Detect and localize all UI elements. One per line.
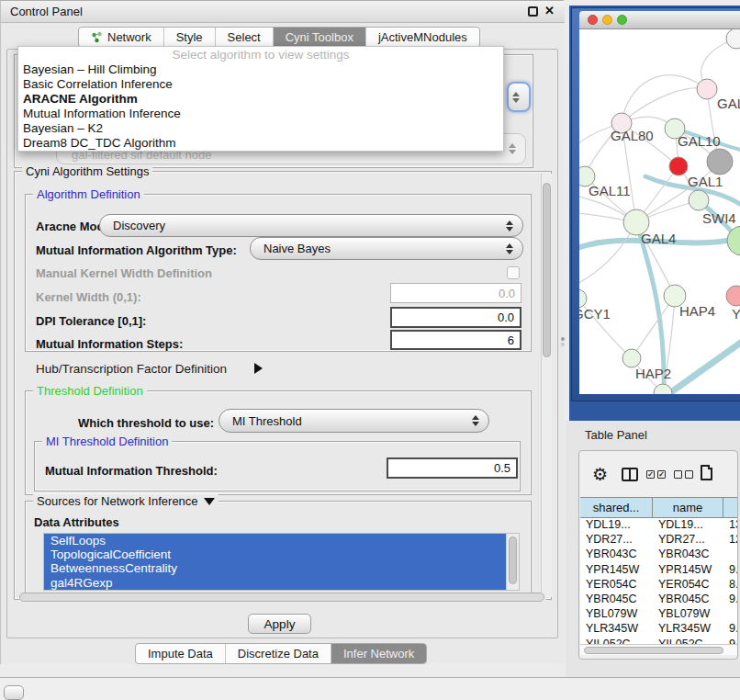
collapse-arrow-icon[interactable] <box>204 498 215 505</box>
network-node-label: GAL10 <box>678 133 721 149</box>
algorithm-option[interactable]: ARACNE Algorithm <box>18 92 503 107</box>
network-node-hap2[interactable] <box>622 349 641 367</box>
tab-jactivemnodules[interactable]: jActiveMNodules <box>366 28 479 47</box>
algorithm-option[interactable]: Basic Correlation Inference <box>18 77 503 92</box>
algorithm-option[interactable]: Dream8 DC_TDC Algorithm <box>18 136 503 151</box>
table-cell: YDR27... <box>580 533 653 548</box>
table-row[interactable]: YBR043CYBR043C <box>580 548 738 562</box>
bottom-corner-button[interactable] <box>4 685 24 700</box>
expand-arrow-icon[interactable] <box>254 363 263 374</box>
bottom-tab-impute-data[interactable]: Impute Data <box>136 644 226 663</box>
dpi-tolerance-label: DPI Tolerance [0,1]: <box>36 314 146 328</box>
column-header-partial[interactable] <box>723 497 738 518</box>
table-cell: YIL052C <box>653 638 723 645</box>
table-row[interactable]: YBR045CYBR045C9. <box>580 593 738 607</box>
table-row[interactable]: YIL052CYIL052C9 <box>580 638 738 645</box>
table-cell <box>723 607 738 622</box>
document-icon[interactable] <box>701 465 712 480</box>
attribute-list-item[interactable]: SelfLoops <box>44 534 506 548</box>
network-node-gcy1[interactable] <box>579 289 587 308</box>
network-node[interactable] <box>707 149 733 175</box>
table-body[interactable]: YDL19...YDL19...13YDR27...YDR27...12YBR0… <box>580 518 738 644</box>
algorithm-combobox-focus-fragment[interactable] <box>507 82 531 112</box>
tab-network[interactable]: Network <box>79 28 164 47</box>
attributes-vertical-scrollbar[interactable] <box>506 534 519 591</box>
table-row[interactable]: YBL079WYBL079W <box>580 607 738 622</box>
settings-vertical-scrollbar[interactable] <box>541 174 552 597</box>
close-icon[interactable]: ✕ <box>544 4 555 17</box>
bottom-tab-infer-network[interactable]: Infer Network <box>331 644 426 663</box>
threshold-definition-title: Threshold Definition <box>33 384 147 398</box>
float-window-icon[interactable] <box>528 6 538 17</box>
settings-horizontal-scrollbar[interactable] <box>19 593 546 603</box>
attribute-list-item[interactable]: BetweennessCentrality <box>44 561 506 575</box>
network-canvas[interactable]: GALGAL80GAL10GAL1GAL11SWI4GAL4GCY1HAP4YH… <box>579 29 740 394</box>
network-window-titlebar[interactable] <box>579 11 740 29</box>
table-cell: YDR27... <box>653 533 723 548</box>
settings-gear-icon[interactable]: ⚙ <box>592 464 608 485</box>
network-node-gal[interactable] <box>697 79 717 99</box>
algorithm-definition-title: Algorithm Definition <box>33 187 144 201</box>
attribute-list-item[interactable]: gal4RGexp <box>44 576 506 590</box>
network-node-gal1[interactable] <box>669 157 688 175</box>
minimize-traffic-light-icon[interactable] <box>602 15 612 25</box>
mi-steps-field[interactable]: 6 <box>390 330 521 350</box>
table-row[interactable]: YLR345WYLR345W9. <box>580 622 738 637</box>
network-node-y[interactable] <box>726 286 740 306</box>
tab-style[interactable]: Style <box>164 28 216 47</box>
mi-algorithm-type-select[interactable]: Naive Bayes <box>250 237 523 260</box>
unchecked-box-icon[interactable] <box>685 470 693 479</box>
close-traffic-light-icon[interactable] <box>588 15 598 25</box>
mi-steps-label: Mutual Information Steps: <box>36 337 183 351</box>
scrollbar-thumb[interactable] <box>543 183 551 357</box>
table-horizontal-scrollbar[interactable] <box>580 644 738 655</box>
screenshot-root: Control Panel ✕ NetworkStyleSelectCyni T… <box>0 0 740 700</box>
scrollbar-thumb[interactable] <box>19 593 544 602</box>
network-node-label: SWI4 <box>702 210 736 226</box>
table-cell: YPR145W <box>653 563 723 578</box>
bottom-tabstrip: Impute DataDiscretize DataInfer Network <box>135 643 427 664</box>
kernel-width-field[interactable]: 0.0 <box>390 283 521 303</box>
scrollbar-thumb[interactable] <box>584 647 723 654</box>
table-row[interactable]: YDR27...YDR27...12 <box>580 533 738 548</box>
algorithm-dropdown-placeholder: Select algorithm to view settings <box>18 47 503 62</box>
tab-select[interactable]: Select <box>216 28 274 47</box>
data-attributes-label: Data Attributes <box>34 515 119 529</box>
checked-box-icon[interactable]: ✓ <box>646 470 655 479</box>
algorithm-option[interactable]: Bayesian – Hill Climbing <box>18 62 503 77</box>
dpi-tolerance-field[interactable]: 0.0 <box>390 307 521 328</box>
tab-label: Cyni Toolbox <box>286 28 353 47</box>
table-row[interactable]: YER054CYER054C8. <box>580 578 738 593</box>
manual-kernel-width-checkbox[interactable] <box>507 266 520 279</box>
network-node[interactable] <box>654 384 672 394</box>
tab-label: Impute Data <box>148 644 213 663</box>
hub-definition-label[interactable]: Hub/Transcription Factor Definition <box>36 362 227 376</box>
network-node-label: Y <box>732 306 740 322</box>
tab-cyni-toolbox[interactable]: Cyni Toolbox <box>274 28 366 47</box>
bottom-tab-discretize-data[interactable]: Discretize Data <box>226 644 331 663</box>
which-threshold-select[interactable]: MI Threshold <box>219 409 489 433</box>
splitter-handle[interactable] <box>561 337 565 341</box>
table-row[interactable]: YDL19...YDL19...13 <box>580 518 738 533</box>
network-node[interactable] <box>726 29 740 49</box>
checked-box-icon[interactable]: ✓ <box>657 470 666 479</box>
algorithm-option[interactable]: Bayesian – K2 <box>18 121 503 136</box>
unchecked-box-icon[interactable] <box>674 470 682 479</box>
table-row[interactable]: YPR145WYPR145W9. <box>580 563 738 578</box>
table-panel-title: Table Panel <box>585 428 647 442</box>
data-attributes-list[interactable]: SelfLoopsTopologicalCoefficientBetweenne… <box>43 533 520 591</box>
scrollbar-thumb[interactable] <box>509 536 517 584</box>
zoom-traffic-light-icon[interactable] <box>617 15 627 25</box>
apply-button[interactable]: Apply <box>248 614 311 634</box>
column-header-name[interactable]: name <box>653 497 723 518</box>
splitter-handle[interactable] <box>561 343 565 346</box>
column-header-shared-name[interactable]: shared... <box>580 497 653 518</box>
network-node-swi4[interactable] <box>689 190 709 210</box>
aracne-mode-select[interactable]: Discovery <box>99 214 523 237</box>
column-panes-icon[interactable] <box>622 468 638 481</box>
sources-group-title[interactable]: Sources for Network Inference <box>37 494 198 508</box>
tab-label: jActiveMNodules <box>378 28 467 47</box>
mi-threshold-field[interactable]: 0.5 <box>387 457 518 479</box>
algorithm-option[interactable]: Mutual Information Inference <box>18 107 503 121</box>
attribute-list-item[interactable]: TopologicalCoefficient <box>44 548 506 561</box>
